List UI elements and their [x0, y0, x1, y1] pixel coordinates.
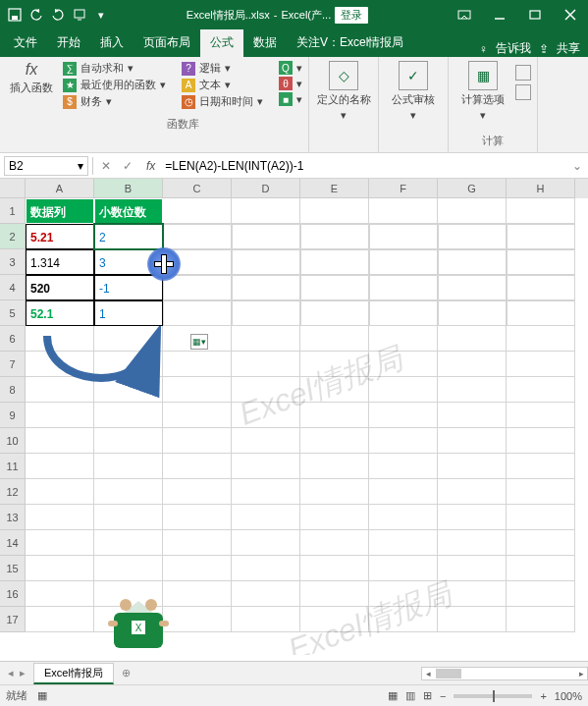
cell[interactable]: [26, 479, 94, 505]
more-fn-button[interactable]: ■▾: [279, 92, 302, 106]
qat-custom-icon[interactable]: ▾: [94, 8, 108, 22]
view-normal-icon[interactable]: ▦: [388, 689, 398, 702]
share-icon[interactable]: ⇪: [539, 42, 549, 56]
tab-file[interactable]: 文件: [4, 29, 47, 57]
cell[interactable]: [438, 198, 507, 224]
cell[interactable]: [163, 607, 232, 632]
cell[interactable]: [507, 275, 575, 300]
cell[interactable]: [163, 530, 232, 556]
cell[interactable]: [163, 300, 232, 326]
cell[interactable]: [369, 607, 438, 632]
cell[interactable]: [300, 556, 369, 581]
text-button[interactable]: A文本 ▾: [182, 78, 263, 92]
cell[interactable]: [300, 224, 369, 249]
cell[interactable]: [300, 530, 369, 556]
cell[interactable]: [26, 428, 94, 454]
view-layout-icon[interactable]: ▥: [405, 689, 415, 702]
cell[interactable]: [507, 454, 575, 479]
cell[interactable]: [163, 198, 232, 224]
cell[interactable]: [94, 479, 163, 505]
col-header[interactable]: H: [507, 179, 575, 198]
worksheet[interactable]: A B C D E F G H 1 数据列 小数位数 2 5.21 2 3 1.…: [0, 179, 588, 655]
cell[interactable]: [507, 607, 575, 632]
cell[interactable]: [438, 454, 507, 479]
cell[interactable]: [507, 505, 575, 530]
cell[interactable]: [507, 249, 575, 275]
cell-B5[interactable]: 1: [94, 300, 163, 326]
cell-B2[interactable]: 2: [94, 224, 163, 249]
cell[interactable]: [232, 224, 300, 249]
cell[interactable]: [300, 607, 369, 632]
ribbon-options-icon[interactable]: [447, 0, 482, 29]
confirm-icon[interactable]: ✓: [123, 159, 133, 173]
cell[interactable]: [26, 581, 94, 607]
col-header[interactable]: B: [94, 179, 163, 198]
cell[interactable]: [232, 556, 300, 581]
cell[interactable]: [26, 530, 94, 556]
row-header[interactable]: 4: [0, 275, 26, 300]
cancel-icon[interactable]: ✕: [101, 159, 111, 173]
cell[interactable]: [163, 581, 232, 607]
cell[interactable]: [232, 326, 300, 352]
cell[interactable]: [163, 428, 232, 454]
select-all-corner[interactable]: [0, 179, 26, 198]
row-header[interactable]: 15: [0, 556, 26, 581]
cell[interactable]: [369, 505, 438, 530]
maximize-icon[interactable]: [517, 0, 553, 29]
qat-more-icon[interactable]: [73, 8, 86, 22]
horizontal-scrollbar[interactable]: ◂ ▸: [421, 667, 588, 680]
tell-me-icon[interactable]: ♀: [479, 42, 488, 56]
logic-button[interactable]: ?逻辑 ▾: [182, 61, 263, 76]
fx-label-icon[interactable]: fx: [140, 159, 161, 173]
cell[interactable]: [163, 403, 232, 428]
cell[interactable]: [438, 377, 507, 403]
cell[interactable]: [300, 505, 369, 530]
tab-home[interactable]: 开始: [47, 29, 90, 57]
cell[interactable]: [369, 428, 438, 454]
minimize-icon[interactable]: [482, 0, 517, 29]
cell[interactable]: [369, 326, 438, 352]
cell[interactable]: [300, 403, 369, 428]
cell[interactable]: [438, 607, 507, 632]
cell[interactable]: [232, 352, 300, 377]
cell[interactable]: [163, 479, 232, 505]
cell[interactable]: [300, 249, 369, 275]
zoom-value[interactable]: 100%: [555, 690, 582, 702]
tell-me-label[interactable]: 告诉我: [496, 40, 531, 57]
insert-function-button[interactable]: fx 插入函数: [6, 61, 57, 95]
formula-input[interactable]: [161, 159, 566, 173]
cell[interactable]: [300, 352, 369, 377]
cell[interactable]: [232, 249, 300, 275]
row-header[interactable]: 1: [0, 198, 26, 224]
cell[interactable]: [507, 530, 575, 556]
save-icon[interactable]: [8, 8, 22, 22]
cell[interactable]: [369, 403, 438, 428]
cell[interactable]: [94, 530, 163, 556]
col-header[interactable]: C: [163, 179, 232, 198]
zoom-out-icon[interactable]: −: [440, 690, 446, 702]
cell[interactable]: [438, 300, 507, 326]
cell[interactable]: [438, 224, 507, 249]
row-header[interactable]: 10: [0, 428, 26, 454]
col-header[interactable]: G: [438, 179, 507, 198]
cell[interactable]: [438, 275, 507, 300]
row-header[interactable]: 13: [0, 505, 26, 530]
scroll-right-icon[interactable]: ▸: [575, 669, 587, 679]
col-header[interactable]: D: [232, 179, 300, 198]
cell[interactable]: [369, 454, 438, 479]
cell[interactable]: [300, 198, 369, 224]
login-button[interactable]: 登录: [335, 7, 368, 24]
row-header[interactable]: 12: [0, 479, 26, 505]
zoom-in-icon[interactable]: +: [540, 690, 546, 702]
cell[interactable]: [300, 454, 369, 479]
cell[interactable]: [232, 479, 300, 505]
view-break-icon[interactable]: ⊞: [423, 689, 432, 702]
cell[interactable]: [94, 428, 163, 454]
cell[interactable]: [369, 249, 438, 275]
cell[interactable]: [300, 377, 369, 403]
math-button[interactable]: θ▾: [279, 77, 302, 90]
cell[interactable]: [232, 300, 300, 326]
recent-fn-button[interactable]: ★最近使用的函数 ▾: [63, 78, 166, 92]
row-header[interactable]: 5: [0, 300, 26, 326]
cell[interactable]: [26, 403, 94, 428]
